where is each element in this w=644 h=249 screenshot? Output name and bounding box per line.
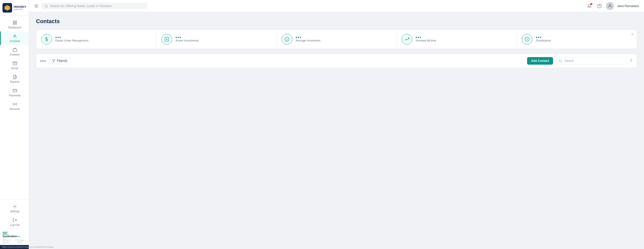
svg-point-14 <box>14 104 15 105</box>
svg-rect-4 <box>15 21 16 22</box>
sidebar: HC HIGHSKY capital Dashboard Contacts <box>0 0 29 249</box>
terms-link[interactable]: Terms of Service <box>3 239 14 243</box>
svg-marker-31 <box>52 60 55 62</box>
invested-dots <box>416 37 511 38</box>
sidebar-item-contacts[interactable]: Contacts <box>0 31 29 45</box>
footer-links: Terms of Service | Privacy Policy <box>3 239 26 243</box>
empty-content-area <box>36 68 637 169</box>
filter-bar: Filter(0) Add Contact <box>36 54 637 68</box>
contacts-search[interactable] <box>556 57 626 65</box>
svg-rect-6 <box>15 23 16 24</box>
global-search[interactable] <box>42 3 147 9</box>
sidebar-item-reports[interactable]: Reports <box>0 72 29 86</box>
svg-point-20 <box>45 5 47 7</box>
filter-icon <box>52 59 55 63</box>
distributions-info: Distributions <box>536 37 632 42</box>
add-contact-button[interactable]: Add Contact <box>527 57 553 65</box>
notifications-icon[interactable] <box>586 3 593 10</box>
average-info: Average Investment <box>296 37 392 42</box>
svg-point-15 <box>14 206 15 207</box>
list-view-icon[interactable] <box>629 58 633 63</box>
svg-point-26 <box>285 37 289 42</box>
username[interactable]: Jana Ramadass <box>617 4 639 8</box>
sidebar-item-services[interactable]: Services <box>0 99 29 113</box>
average-dots <box>296 37 392 38</box>
logo[interactable]: HC HIGHSKY capital <box>0 0 29 16</box>
url-bar: https://yourcompany8.invportal.com/admin… <box>0 245 29 249</box>
sidebar-navigation: Dashboard Contacts Portfolio Email <box>0 16 29 199</box>
equity-label: Equity Under Management <box>55 39 151 42</box>
contacts-search-icon <box>559 59 562 63</box>
avatar[interactable] <box>606 2 614 10</box>
invested-label: Invested All-time <box>416 39 511 42</box>
equity-info: Equity Under Management <box>55 37 151 42</box>
help-icon[interactable] <box>596 3 603 10</box>
global-search-input[interactable] <box>50 4 144 8</box>
distributions-dots <box>536 37 632 38</box>
filter-options-icon[interactable] <box>40 60 46 62</box>
invested-icon <box>402 34 412 45</box>
stats-row: Equity Under Management Active Investmen… <box>36 30 637 49</box>
active-dots <box>176 37 271 38</box>
menu-icon[interactable] <box>34 4 39 8</box>
svg-rect-5 <box>13 23 14 24</box>
privacy-link[interactable]: Privacy Policy <box>17 239 26 243</box>
active-label: Active Investments <box>176 39 271 42</box>
sidebar-item-settings[interactable]: Settings <box>0 202 29 215</box>
distributions-label: Distributions <box>536 39 632 42</box>
stat-equity: Equity Under Management <box>36 30 156 49</box>
topnav: Jana Ramadass <box>29 0 644 12</box>
average-icon <box>282 34 292 45</box>
filter-right-actions: Add Contact <box>527 57 633 65</box>
logo-text: HIGHSKY capital <box>14 5 26 11</box>
svg-text:HC: HC <box>6 7 9 9</box>
sidebar-item-portfolio[interactable]: Portfolio <box>0 45 29 59</box>
svg-point-24 <box>609 4 611 6</box>
topnav-right: Jana Ramadass <box>586 2 639 10</box>
contacts-search-input[interactable] <box>564 59 623 63</box>
svg-line-21 <box>47 7 48 7</box>
invested-info: Invested All-time <box>416 37 511 42</box>
page-title: Contacts <box>36 18 637 25</box>
average-label: Average Investment <box>296 39 392 42</box>
sidebar-item-email[interactable]: Email <box>0 59 29 72</box>
settings-gear-icon[interactable] <box>631 32 634 37</box>
search-icon <box>45 4 48 8</box>
sidebar-item-logout[interactable]: Log Out <box>0 215 29 229</box>
sidebar-bottom: Settings Log Out <box>0 199 29 230</box>
stat-distributions: Distributions <box>517 30 637 49</box>
sidebar-item-dashboard[interactable]: Dashboard <box>0 18 29 31</box>
notification-badge <box>590 3 592 5</box>
sidebar-footer: SyndicationPro Terms of Service | Privac… <box>0 230 29 244</box>
stat-average: Average Investment <box>277 30 397 49</box>
active-icon <box>162 34 172 45</box>
main-wrapper: Jana Ramadass Contacts Equity Under Mana… <box>29 0 644 249</box>
equity-icon <box>41 34 52 45</box>
svg-rect-12 <box>13 89 17 92</box>
stat-active: Active Investments <box>156 30 277 49</box>
syndication-icon <box>3 232 8 234</box>
svg-point-32 <box>559 60 562 62</box>
main-content: Contacts Equity Under Management <box>29 12 644 249</box>
svg-point-30 <box>632 34 633 35</box>
distributions-icon <box>522 34 532 45</box>
svg-rect-8 <box>13 49 17 52</box>
stat-invested: Invested All-time <box>397 30 517 49</box>
syndication-logo[interactable]: SyndicationPro <box>3 232 26 238</box>
logo-icon: HC <box>3 3 12 13</box>
equity-dots <box>55 37 151 38</box>
svg-line-33 <box>561 62 562 62</box>
svg-rect-3 <box>13 21 14 22</box>
active-info: Active Investments <box>176 37 271 42</box>
filter-button[interactable]: Filter(0) <box>49 57 71 64</box>
sidebar-item-payments[interactable]: Payments <box>0 86 29 99</box>
syndication-brand: SyndicationPro <box>3 235 20 238</box>
svg-point-7 <box>14 35 16 36</box>
